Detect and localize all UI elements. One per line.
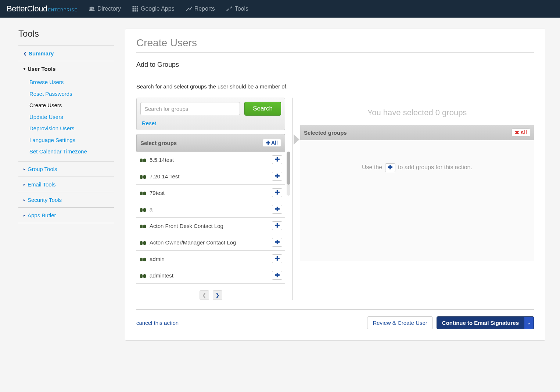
nav-label: Google Apps — [141, 6, 175, 12]
sidebar-reset-passwords[interactable]: Reset Passwords — [18, 88, 114, 100]
sidebar: Tools ❮ Summary ▾ User Tools Browse User… — [18, 29, 114, 341]
page-title: Create Users — [136, 37, 534, 53]
sidebar-summary[interactable]: ❮ Summary — [18, 46, 114, 61]
group-row: 5.5.14test✚ — [136, 152, 285, 168]
add-group-button[interactable]: ✚ — [272, 172, 282, 181]
continue-button[interactable]: Continue to Email Signatures — [437, 316, 524, 329]
nav-label: Reports — [194, 6, 215, 12]
group-icon — [140, 223, 146, 228]
arrow-right-icon — [294, 134, 299, 145]
chevron-down-icon: ⌄ — [527, 320, 531, 326]
sidebar-deprovision-users[interactable]: Deprovision Users — [18, 123, 114, 134]
top-nav: BetterCloud ENTERPRISE Directory Google … — [0, 0, 560, 18]
chevron-right-icon: ❯ — [215, 292, 220, 298]
group-name: admintest — [150, 272, 173, 279]
groups-list: 5.5.14test✚7.20.14 Test✚79test✚a✚Acton F… — [136, 152, 285, 284]
remove-all-button[interactable]: ✖ All — [511, 128, 530, 137]
add-all-label: All — [271, 140, 278, 146]
sidebar-section-label: Email Tools — [28, 181, 55, 188]
add-all-button[interactable]: ✚ All — [263, 139, 281, 147]
plus-icon: ✚ — [266, 140, 270, 146]
chart-icon — [186, 6, 192, 12]
pager-prev-button[interactable]: ❮ — [200, 290, 209, 300]
grid-icon — [132, 6, 139, 12]
svg-rect-1 — [134, 6, 136, 8]
nav-directory[interactable]: Directory — [89, 6, 121, 12]
group-row: Acton Front Desk Contact Log✚ — [136, 218, 285, 234]
add-group-button[interactable]: ✚ — [272, 155, 282, 164]
selected-groups-header: Selected groups ✖ All — [300, 125, 534, 140]
hint-text-suffix: to add groups for this action. — [398, 164, 472, 170]
logo-tier: ENTERPRISE — [48, 8, 78, 12]
sidebar-apps-butler[interactable]: ▸ Apps Butler — [18, 208, 114, 223]
select-groups-header: Select groups ✚ All — [136, 134, 285, 152]
svg-rect-4 — [134, 8, 136, 10]
nav-google-apps[interactable]: Google Apps — [132, 6, 175, 12]
selected-count-message: You have selected 0 groups — [300, 108, 534, 117]
chevron-left-icon: ❮ — [24, 51, 26, 55]
plus-icon-hint: ✚ — [385, 163, 395, 172]
group-icon — [140, 207, 146, 212]
cancel-link[interactable]: cancel this action — [136, 320, 179, 326]
svg-rect-0 — [133, 6, 134, 8]
sidebar-browse-users[interactable]: Browse Users — [18, 76, 114, 88]
group-name: 79test — [150, 190, 165, 196]
sidebar-set-calendar-timezone[interactable]: Set Calendar Timezone — [18, 146, 114, 157]
add-group-button[interactable]: ✚ — [272, 188, 282, 197]
add-group-button[interactable]: ✚ — [272, 271, 282, 280]
people-icon — [89, 6, 95, 12]
group-icon — [140, 157, 146, 162]
add-group-button[interactable]: ✚ — [272, 221, 282, 230]
review-create-button[interactable]: Review & Create User — [367, 316, 432, 329]
caret-right-icon: ▸ — [24, 213, 25, 217]
search-button[interactable]: Search — [244, 102, 281, 116]
group-row: Acton Owner/Manager Contact Log✚ — [136, 234, 285, 251]
sidebar-title: Tools — [18, 29, 114, 39]
sidebar-section-label: Security Tools — [28, 197, 62, 203]
group-icon — [140, 240, 146, 245]
svg-rect-5 — [137, 8, 138, 10]
group-row: a✚ — [136, 201, 285, 218]
scrollbar[interactable] — [287, 152, 290, 196]
continue-dropdown-button[interactable]: ⌄ — [524, 316, 534, 329]
group-icon — [140, 273, 146, 278]
section-title: Add to Groups — [136, 61, 534, 69]
search-input[interactable] — [140, 102, 240, 115]
nav-reports[interactable]: Reports — [186, 6, 215, 12]
group-name: Acton Front Desk Contact Log — [150, 223, 223, 229]
caret-down-icon: ▾ — [24, 67, 25, 71]
reset-link[interactable]: Reset — [142, 120, 156, 126]
hint-text-prefix: Use the — [362, 164, 384, 170]
add-group-button[interactable]: ✚ — [272, 238, 282, 247]
logo[interactable]: BetterCloud ENTERPRISE — [7, 4, 78, 14]
sidebar-section-label: Group Tools — [28, 166, 57, 172]
add-group-button[interactable]: ✚ — [272, 254, 282, 263]
sidebar-user-tools[interactable]: ▾ User Tools — [18, 61, 114, 76]
logo-text: BetterCloud — [7, 4, 47, 14]
sidebar-group-tools[interactable]: ▸ Group Tools — [18, 161, 114, 177]
nav-label: Tools — [235, 6, 248, 12]
chevron-left-icon: ❮ — [202, 292, 207, 298]
sidebar-summary-label: Summary — [29, 50, 54, 57]
group-name: a — [150, 206, 152, 213]
add-group-button[interactable]: ✚ — [272, 205, 282, 214]
svg-rect-7 — [134, 10, 136, 12]
caret-right-icon: ▸ — [24, 167, 25, 171]
group-name: 7.20.14 Test — [150, 173, 179, 179]
caret-right-icon: ▸ — [24, 182, 25, 186]
svg-rect-6 — [133, 10, 134, 12]
pager-next-button[interactable]: ❯ — [213, 290, 222, 300]
selected-groups-title: Selected groups — [304, 130, 347, 136]
sidebar-update-users[interactable]: Update Users — [18, 111, 114, 123]
group-row: 79test✚ — [136, 185, 285, 201]
sidebar-security-tools[interactable]: ▸ Security Tools — [18, 192, 114, 207]
sidebar-email-tools[interactable]: ▸ Email Tools — [18, 177, 114, 192]
selected-groups-body: Use the ✚ to add groups for this action. — [300, 140, 534, 261]
group-icon — [140, 256, 146, 261]
group-row: 7.20.14 Test✚ — [136, 168, 285, 185]
sidebar-language-settings[interactable]: Language Settings — [18, 134, 114, 146]
group-icon — [140, 190, 146, 195]
nav-tools[interactable]: Tools — [226, 6, 248, 12]
svg-rect-3 — [133, 8, 134, 10]
sidebar-create-users[interactable]: Create Users — [18, 99, 114, 111]
